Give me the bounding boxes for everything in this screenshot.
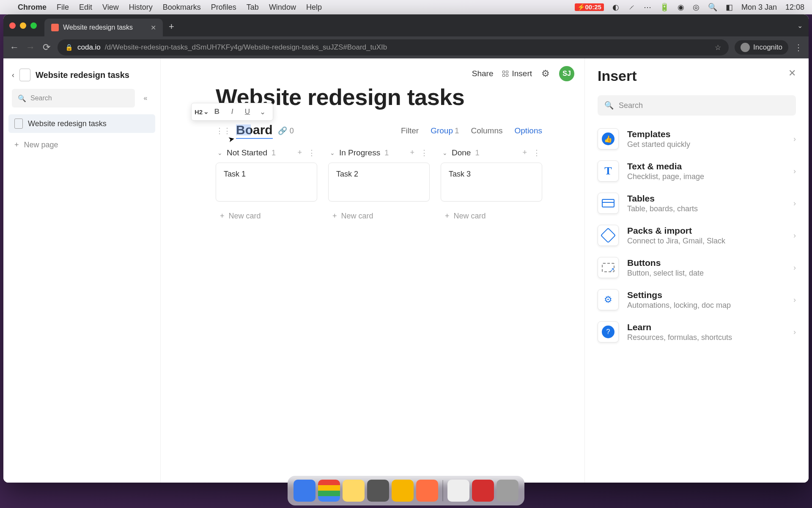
address-bar[interactable]: 🔒 coda.io/d/Website-redesign-tasks_dSmUH… xyxy=(58,39,729,55)
dock-app[interactable] xyxy=(416,480,438,502)
back-chevron-icon[interactable]: ‹ xyxy=(12,71,14,80)
menubar-bookmarks[interactable]: Bookmarks xyxy=(163,3,201,12)
board-card[interactable]: Task 2 xyxy=(328,163,430,202)
new-tab-button[interactable]: + xyxy=(169,21,174,32)
board-filter-button[interactable]: Filter xyxy=(401,126,419,135)
nav-forward-button[interactable]: → xyxy=(25,42,36,53)
insert-button[interactable]: Insert xyxy=(502,69,532,78)
packs-icon xyxy=(598,225,619,246)
insert-category-templates[interactable]: 👍 TemplatesGet started quickly › xyxy=(598,128,796,149)
panel-close-button[interactable]: ✕ xyxy=(788,68,796,79)
settings-gear-icon[interactable]: ⚙ xyxy=(541,68,550,79)
tab-favicon-icon xyxy=(51,24,59,31)
spotlight-icon[interactable]: 🔍 xyxy=(708,3,717,12)
board-card[interactable]: Task 3 xyxy=(441,163,542,202)
board-options-button[interactable]: Options xyxy=(515,126,542,135)
siri-icon[interactable]: ◧ xyxy=(726,3,733,12)
battery-indicator[interactable]: ⚡00:25 xyxy=(575,3,604,11)
wifi-icon[interactable]: ◉ xyxy=(678,3,684,12)
menubar-app-name[interactable]: Chrome xyxy=(18,3,47,12)
panel-search-placeholder: Search xyxy=(619,101,643,110)
new-card-button[interactable]: +New card xyxy=(216,206,317,226)
coda-app: ‹ Website redesign tasks 🔍 Search « Webs… xyxy=(3,58,809,483)
column-title[interactable]: Not Started xyxy=(227,148,267,157)
tab-overflow-icon[interactable]: ⌄ xyxy=(797,22,803,30)
sidebar-search-input[interactable]: 🔍 Search xyxy=(12,89,135,108)
nav-reload-button[interactable]: ⟳ xyxy=(41,42,52,53)
insert-category-buttons[interactable]: ButtonsButton, select list, date › xyxy=(598,257,796,278)
column-menu-icon[interactable]: ⋮ xyxy=(420,148,428,157)
collapse-sidebar-button[interactable]: « xyxy=(139,92,152,105)
more-format-button[interactable]: ⌄ xyxy=(256,105,269,119)
chevron-down-icon[interactable]: ⌄ xyxy=(330,149,335,156)
menubar-help[interactable]: Help xyxy=(306,3,322,12)
add-card-icon[interactable]: + xyxy=(410,148,414,157)
menubar-file[interactable]: File xyxy=(57,3,69,12)
menubar-edit[interactable]: Edit xyxy=(79,3,92,12)
menubar-time[interactable]: 12:08 xyxy=(785,3,804,12)
add-card-icon[interactable]: + xyxy=(297,148,302,157)
window-maximize-button[interactable] xyxy=(30,22,37,29)
insert-panel-search[interactable]: 🔍 Search xyxy=(598,95,796,116)
board-title[interactable]: Board xyxy=(236,123,273,139)
insert-category-packs[interactable]: Packs & importConnect to Jira, Gmail, Sl… xyxy=(598,225,796,246)
add-card-icon[interactable]: + xyxy=(522,148,527,157)
dock-app-notes[interactable] xyxy=(343,480,365,502)
share-button[interactable]: Share xyxy=(472,69,494,78)
menubar-history[interactable]: History xyxy=(129,3,153,12)
window-close-button[interactable] xyxy=(9,22,16,29)
heading-selector[interactable]: H2 ⌄ xyxy=(195,105,208,119)
column-title[interactable]: In Progress xyxy=(339,148,380,157)
menubar-window[interactable]: Window xyxy=(269,3,296,12)
bold-button[interactable]: B xyxy=(210,105,224,119)
insert-category-settings[interactable]: ⚙ SettingsAutomations, locking, doc map … xyxy=(598,289,796,310)
dock-app-finder[interactable] xyxy=(294,480,315,502)
control-center-icon[interactable]: ◎ xyxy=(693,3,700,12)
chevron-down-icon[interactable]: ⌄ xyxy=(217,149,222,156)
sidebar-page-item[interactable]: Website redesign tasks xyxy=(8,114,155,133)
status-icon[interactable]: ⟋ xyxy=(628,3,635,12)
plus-icon: + xyxy=(445,212,450,221)
insert-category-learn[interactable]: ? LearnResources, formulas, shortcuts › xyxy=(598,321,796,342)
chevron-down-icon[interactable]: ⌄ xyxy=(442,149,447,156)
drag-handle-icon[interactable]: ⋮⋮ xyxy=(216,126,231,135)
doc-title[interactable]: Website redesign tasks xyxy=(36,70,129,80)
user-avatar[interactable]: SJ xyxy=(559,66,574,81)
board-columns-button[interactable]: Columns xyxy=(471,126,503,135)
insert-category-tables[interactable]: TablesTable, boards, charts › xyxy=(598,193,796,214)
new-card-button[interactable]: +New card xyxy=(441,206,542,226)
dock-app[interactable] xyxy=(447,480,469,502)
nav-back-button[interactable]: ← xyxy=(9,42,19,53)
insert-category-text-media[interactable]: T Text & mediaChecklist, page, image › xyxy=(598,160,796,182)
tab-close-icon[interactable]: ✕ xyxy=(151,24,156,32)
menubar-date[interactable]: Mon 3 Jan xyxy=(741,3,777,12)
insert-grid-icon xyxy=(502,71,508,77)
dock-app-terminal[interactable] xyxy=(367,480,389,502)
status-icon[interactable]: ⋯ xyxy=(644,3,651,12)
board-link-count[interactable]: 🔗 0 xyxy=(278,126,294,135)
column-menu-icon[interactable]: ⋮ xyxy=(308,148,315,157)
status-icon[interactable]: ◐ xyxy=(612,3,619,12)
column-menu-icon[interactable]: ⋮ xyxy=(533,148,540,157)
new-card-button[interactable]: +New card xyxy=(328,206,430,226)
menubar-profiles[interactable]: Profiles xyxy=(211,3,236,12)
column-title[interactable]: Done xyxy=(452,148,471,157)
menubar-view[interactable]: View xyxy=(102,3,119,12)
menubar-tab[interactable]: Tab xyxy=(247,3,259,12)
dock-app[interactable] xyxy=(472,480,494,502)
board-group-button[interactable]: Group1 xyxy=(431,126,459,135)
window-minimize-button[interactable] xyxy=(20,22,26,29)
board-card[interactable]: Task 1 xyxy=(216,163,317,202)
new-page-button[interactable]: + New page xyxy=(3,135,160,155)
bookmark-star-icon[interactable]: ☆ xyxy=(715,43,721,52)
dock-trash-icon[interactable] xyxy=(497,480,518,502)
dock-app[interactable] xyxy=(392,480,414,502)
chevron-right-icon: › xyxy=(793,295,796,304)
battery-icon[interactable]: 🔋 xyxy=(660,3,669,12)
underline-button[interactable]: U xyxy=(241,105,254,119)
browser-tab[interactable]: Website redesign tasks ✕ xyxy=(44,19,163,36)
incognito-badge[interactable]: Incognito xyxy=(735,40,788,55)
dock-app-chrome[interactable] xyxy=(318,480,340,502)
chrome-menu-button[interactable]: ⋮ xyxy=(794,42,803,52)
italic-button[interactable]: I xyxy=(225,105,239,119)
